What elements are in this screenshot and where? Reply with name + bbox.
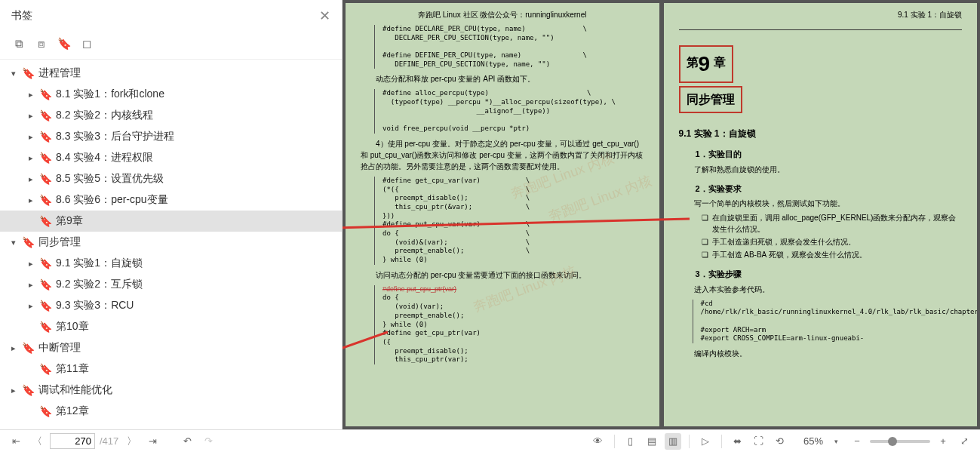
paragraph: 了解和熟悉自旋锁的使用。: [679, 164, 963, 175]
zoom-value: 65%: [803, 435, 823, 447]
list-item: 手工创造 AB-BA 死锁，观察会发生什么情况。: [702, 249, 963, 260]
bookmark-item[interactable]: ▸🔖调试和性能优化: [0, 380, 342, 401]
paragraph: 动态分配和释放 per-cpu 变量的 API 函数如下。: [361, 73, 644, 85]
bookmark-item[interactable]: 🔖第9章: [0, 211, 342, 232]
next-page-icon[interactable]: 〉: [123, 433, 140, 450]
left-page: 奔跑吧 Linux 社区 微信公众号：runninglinuxkernel #d…: [346, 3, 659, 426]
subsection: 1．实验目的: [679, 148, 963, 161]
bookmark-item[interactable]: ▸🔖9.3 实验3：RCU: [0, 295, 342, 316]
bookmark-item[interactable]: ▾🔖同步管理: [0, 232, 342, 253]
code-block: #cd /home/rlk/rlk_basic/runninglinuxkern…: [693, 300, 963, 343]
chapter-number-box: 第9 章: [679, 45, 733, 83]
page-number-input[interactable]: [50, 433, 95, 449]
prev-page-icon[interactable]: 〈: [29, 433, 45, 450]
paragraph: 编译内核模块。: [679, 348, 963, 359]
code-block: #define DECLARE_PER_CPU(type, name) \ DE…: [374, 25, 644, 69]
sidebar-title: 书签: [11, 9, 32, 23]
fullscreen-icon[interactable]: ⤢: [956, 433, 972, 450]
last-page-icon[interactable]: ⇥: [144, 433, 161, 450]
bookmark-item[interactable]: ▸🔖8.5 实验5：设置优先级: [0, 168, 342, 189]
bookmark-filled-icon[interactable]: 🔖: [57, 36, 72, 51]
bookmark-item[interactable]: ▸🔖中断管理: [0, 337, 342, 358]
chapter-title-box: 同步管理: [679, 86, 742, 113]
bookmark-item[interactable]: ▾🔖进程管理: [0, 63, 342, 84]
subsection: 2．实验要求: [679, 183, 963, 195]
bookmark-item[interactable]: ▸🔖8.1 实验1：fork和clone: [0, 84, 342, 105]
sidebar-toolbar: ⧉ ⧈ 🔖 ◻: [0, 32, 342, 60]
list-item: 手工创造递归死锁，观察会发生什么情况。: [702, 236, 963, 248]
nav-back-icon[interactable]: ↶: [179, 433, 195, 450]
list-item: 在自旋锁里面，调用 alloc_page(GFP_KERNEL)函数来分配内存，…: [702, 212, 963, 235]
first-page-icon[interactable]: ⇤: [8, 433, 24, 450]
bookmark-tree: ▾🔖进程管理▸🔖8.1 实验1：fork和clone▸🔖8.2 实验2：内核线程…: [0, 60, 342, 429]
bookmark-item[interactable]: ▸🔖8.6 实验6：per-cpu变量: [0, 189, 342, 211]
bookmark-item[interactable]: 🔖第10章: [0, 316, 342, 337]
collapse-all-icon[interactable]: ⧈: [34, 36, 49, 51]
code-block: #define put_cpu_ptr(var) do { (void)(var…: [374, 285, 644, 364]
bookmark-item[interactable]: ▸🔖9.1 实验1：自旋锁: [0, 253, 342, 274]
document-viewport: 奔跑吧 Linux 社区 微信公众号：runninglinuxkernel #d…: [343, 0, 980, 429]
play-icon[interactable]: ▷: [697, 433, 714, 450]
zoom-in-icon[interactable]: +: [935, 433, 951, 450]
right-page: 9.1 实验 1：自旋锁 第9 章 同步管理 9.1 实验 1：自旋锁 1．实验…: [664, 3, 978, 426]
bookmarks-sidebar: 书签 ✕ ⧉ ⧈ 🔖 ◻ ▾🔖进程管理▸🔖8.1 实验1：fork和clone▸…: [0, 0, 343, 429]
code-block: #define get_cpu_var(var) \ (*({ \ preemp…: [374, 177, 644, 265]
fit-page-icon[interactable]: ⛶: [751, 433, 767, 450]
paragraph: 进入本实验参考代码。: [679, 284, 963, 295]
bullet-list: 在自旋锁里面，调用 alloc_page(GFP_KERNEL)函数来分配内存，…: [702, 212, 963, 260]
bookmark-item[interactable]: ▸🔖8.4 实验4：进程权限: [0, 147, 342, 168]
rotate-icon[interactable]: ⟲: [772, 433, 788, 450]
code-block: #define alloc_percpu(type) \ (typeof(typ…: [374, 89, 644, 133]
paragraph: 写一个简单的内核模块，然后测试如下功能。: [679, 198, 963, 209]
zoom-out-icon[interactable]: −: [849, 433, 865, 450]
expand-all-icon[interactable]: ⧉: [11, 36, 26, 51]
zoom-slider[interactable]: [870, 440, 930, 443]
read-mode-icon[interactable]: 👁: [590, 433, 607, 450]
bookmark-item[interactable]: ▸🔖8.2 实验2：内核线程: [0, 105, 342, 126]
bookmark-outline-icon[interactable]: ◻: [79, 36, 94, 51]
bookmark-item[interactable]: ▸🔖8.3 实验3：后台守护进程: [0, 126, 342, 147]
fit-width-icon[interactable]: ⬌: [730, 433, 746, 450]
continuous-page-icon[interactable]: ▤: [644, 433, 660, 450]
subsection: 3．实验步骤: [679, 268, 963, 281]
status-bar: ⇤ 〈 /417 〉 ⇥ ↶ ↷ 👁 ▯ ▤ ▥ ▷ ⬌ ⛶ ⟲ 65% ▾ −…: [0, 429, 980, 452]
single-page-icon[interactable]: ▯: [622, 433, 639, 450]
zoom-dropdown-icon[interactable]: ▾: [828, 433, 844, 450]
two-page-icon[interactable]: ▥: [665, 433, 681, 450]
section-title: 9.1 实验 1：自旋锁: [679, 127, 963, 140]
nav-forward-icon[interactable]: ↷: [200, 433, 217, 450]
paragraph: 访问动态分配的 per-cpu 变量需要通过下面的接口函数来访问。: [361, 269, 644, 281]
bookmark-item[interactable]: ▸🔖9.2 实验2：互斥锁: [0, 274, 342, 295]
bookmark-item[interactable]: 🔖第11章: [0, 358, 342, 380]
paragraph: 4）使用 per-cpu 变量。对于静态定义的 per-cpu 变量，可以通过 …: [361, 138, 644, 172]
page-total: /417: [100, 435, 118, 447]
bookmark-item[interactable]: 🔖第12章: [0, 401, 342, 422]
page-header-left: 奔跑吧 Linux 社区 微信公众号：runninglinuxkernel: [361, 9, 644, 20]
close-icon[interactable]: ✕: [319, 8, 330, 24]
page-header-right: 9.1 实验 1：自旋锁: [679, 9, 963, 20]
